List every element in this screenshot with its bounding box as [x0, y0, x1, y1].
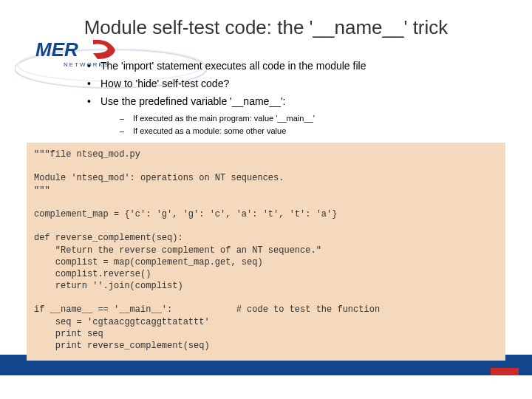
slide-title: Module self-test code: the '__name__' tr… [0, 16, 532, 39]
bullet-item: The 'import' statement executes all code… [87, 59, 502, 72]
bullet-item: How to 'hide' self-test code? [87, 77, 502, 90]
sub-bullet-item: If executed as a module: some other valu… [120, 126, 502, 136]
svg-text:MER: MER [35, 38, 78, 61]
bullet-list: The 'import' statement executes all code… [87, 59, 502, 138]
code-block: """file ntseq_mod.py Module 'ntseq_mod':… [27, 143, 505, 361]
footer-accent [491, 368, 519, 375]
sub-bullet-item: If executed as the main program: value '… [120, 113, 502, 123]
bullet-item: Use the predefined variable '__name__': [87, 95, 502, 108]
